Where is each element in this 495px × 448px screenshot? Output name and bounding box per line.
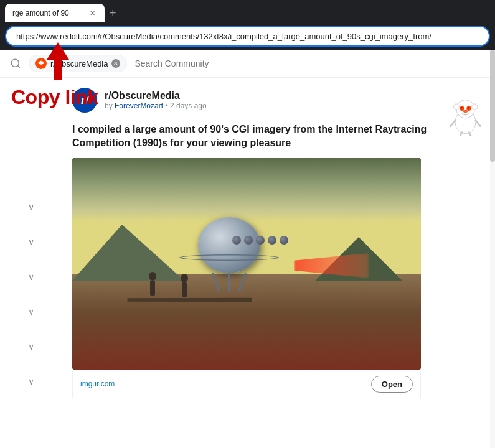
- image-footer: imgur.com Open: [72, 370, 421, 399]
- post-title: I compiled a large amount of 90's CGI im…: [72, 118, 446, 158]
- tab-bar: rge amount of 90 ✕ +: [0, 0, 495, 22]
- mountain-left: [72, 225, 184, 281]
- spaceship-legs: [204, 273, 254, 292]
- image-source-link[interactable]: imgur.com: [80, 380, 115, 388]
- figure-head-left: [149, 272, 156, 281]
- post-image-container[interactable]: [72, 158, 421, 370]
- collapse-arrow-1[interactable]: ∨: [28, 202, 34, 212]
- active-tab[interactable]: rge amount of 90 ✕: [5, 4, 105, 22]
- by-label: by: [105, 101, 113, 110]
- scrollbar-track[interactable]: [490, 50, 495, 448]
- collapse-arrow-4[interactable]: ∨: [28, 307, 34, 317]
- collapse-arrow-6[interactable]: ∨: [28, 376, 34, 386]
- subreddit-info: r/ObscureMedia by ForeverMozart • 2 days…: [105, 90, 446, 110]
- community-icon: [35, 58, 47, 69]
- copy-link-annotation: Copy link: [11, 86, 98, 109]
- figure-body-right: [182, 282, 187, 297]
- cgi-image: [72, 158, 421, 370]
- arrow-shaft: [54, 60, 62, 80]
- subreddit-header: r/ r/ObscureMedia by ForeverMozart • 2 d…: [72, 83, 446, 118]
- address-bar[interactable]: https://www.reddit.com/r/ObscureMedia/co…: [5, 26, 490, 47]
- new-tab-button[interactable]: +: [105, 4, 121, 22]
- leg-2: [228, 273, 230, 292]
- search-bar: r/ObscureMedia ✕: [0, 50, 495, 78]
- time-ago: 2 days ago: [170, 101, 207, 110]
- leg-1: [212, 273, 220, 291]
- address-bar-row: https://www.reddit.com/r/ObscureMedia/co…: [0, 22, 495, 50]
- dot-separator: •: [165, 101, 167, 110]
- figure-right: [181, 274, 188, 297]
- author-link[interactable]: ForeverMozart: [115, 101, 163, 110]
- spaceship: [198, 217, 260, 273]
- scrollbar-thumb[interactable]: [490, 50, 495, 162]
- search-input[interactable]: [134, 58, 485, 68]
- annotation-arrow: [47, 42, 69, 80]
- arrow-head: [47, 42, 69, 60]
- figure-head-right: [181, 274, 188, 282]
- subreddit-name[interactable]: r/ObscureMedia: [105, 90, 446, 101]
- left-sidebar: ∨ ∨ ∨ ∨ ∨ ∨: [0, 128, 62, 386]
- svg-point-13: [11, 59, 19, 67]
- search-icon: [10, 58, 21, 69]
- reddit-page: r/ObscureMedia ✕ ∨ ∨ ∨ ∨ ∨ ∨ r/ r/Obscur…: [0, 50, 495, 448]
- main-content: r/ r/ObscureMedia by ForeverMozart • 2 d…: [62, 78, 456, 404]
- community-remove-button[interactable]: ✕: [111, 59, 120, 68]
- url-text: https://www.reddit.com/r/ObscureMedia/co…: [16, 32, 431, 41]
- tab-close-button[interactable]: ✕: [87, 8, 97, 18]
- platform: [128, 298, 252, 302]
- spaceship-ring: [179, 254, 279, 261]
- spaceship-sphere: [198, 217, 260, 273]
- svg-point-15: [38, 62, 44, 65]
- tab-title: rge amount of 90: [12, 9, 82, 17]
- figure-left: [149, 272, 156, 296]
- figure-body-left: [150, 281, 155, 296]
- community-pill[interactable]: r/ObscureMedia ✕: [29, 55, 127, 72]
- collapse-arrow-5[interactable]: ∨: [28, 342, 34, 352]
- browser-chrome: rge amount of 90 ✕ + https://www.reddit.…: [0, 0, 495, 50]
- post-meta: by ForeverMozart • 2 days ago: [105, 101, 446, 110]
- collapse-arrow-2[interactable]: ∨: [28, 237, 34, 247]
- collapse-arrow-3[interactable]: ∨: [28, 272, 34, 282]
- open-button[interactable]: Open: [371, 376, 413, 393]
- leg-3: [238, 273, 247, 291]
